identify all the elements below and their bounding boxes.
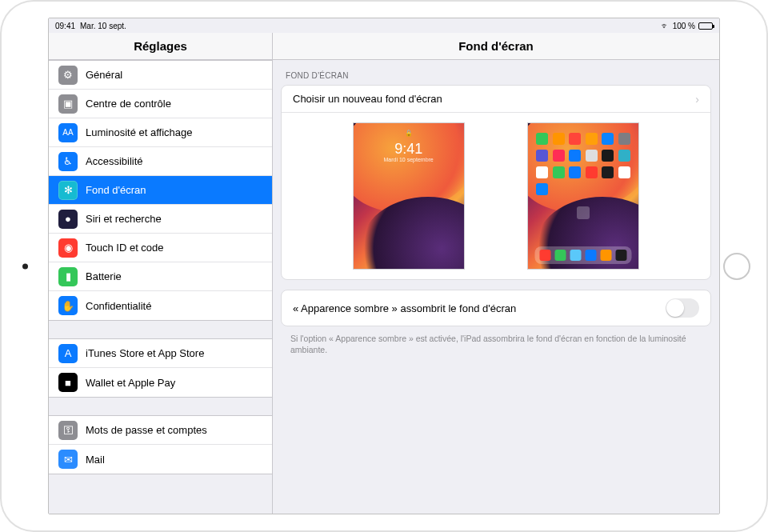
sidebar-item-label: Mots de passe et comptes [86, 424, 207, 436]
preview-app-icon [618, 166, 630, 178]
ipad-frame: 09:41 Mar. 10 sept. ᯤ 100 % Réglages ⚙︎G… [0, 0, 768, 532]
sidebar-item-label: Général [86, 69, 122, 81]
sidebar-title: Réglages [49, 33, 272, 60]
status-bar: 09:41 Mar. 10 sept. ᯤ 100 % [49, 18, 719, 33]
sidebar-item-luminosit-et-affichage[interactable]: AALuminosité et affichage [49, 118, 272, 147]
sidebar-item-centre-de-contr-le[interactable]: ▣Centre de contrôle [49, 90, 272, 118]
settings-row-icon: ✻ [58, 181, 78, 200]
home-button[interactable] [723, 253, 750, 280]
sidebar-item-touch-id-et-code[interactable]: ◉Touch ID et code [49, 234, 272, 262]
dark-dim-card: « Apparence sombre » assombrit le fond d… [281, 290, 711, 326]
lock-preview-date: Mardi 10 septembre [354, 157, 464, 162]
sidebar-item-label: Touch ID et code [86, 242, 164, 254]
sidebar-item-siri-et-recherche[interactable]: ●Siri et recherche [49, 205, 272, 234]
sidebar-item-g-n-ral[interactable]: ⚙︎Général [49, 61, 272, 90]
preview-app-icon [553, 150, 565, 162]
preview-app-icon [569, 150, 581, 162]
lock-screen-preview[interactable]: 🔒 9:41 Mardi 10 septembre [353, 122, 465, 270]
settings-row-icon: AA [58, 123, 78, 142]
wallpaper-previews: 🔒 9:41 Mardi 10 septembre [282, 113, 710, 279]
settings-row-icon: ♿︎ [58, 152, 78, 171]
settings-row-icon: ⚿ [58, 421, 78, 440]
screen: 09:41 Mar. 10 sept. ᯤ 100 % Réglages ⚙︎G… [48, 18, 720, 514]
preview-app-icon [618, 150, 630, 162]
preview-app-icon [536, 166, 548, 178]
home-screen-preview[interactable] [527, 122, 639, 270]
settings-row-icon: ▣ [58, 94, 78, 114]
settings-row-icon: ■ [58, 373, 78, 392]
preview-app-icon [586, 150, 598, 162]
lock-icon: 🔒 [354, 130, 464, 137]
settings-row-icon: ✉ [58, 450, 78, 469]
sidebar-item-label: Siri et recherche [86, 213, 162, 225]
preview-app-icon [602, 133, 614, 145]
sidebar-item-label: Accessibilité [86, 155, 143, 167]
sidebar: Réglages ⚙︎Général▣Centre de contrôleAAL… [49, 33, 273, 514]
detail-pane: Fond d'écran FOND D'ÉCRAN Choisir un nou… [273, 33, 719, 514]
sidebar-item-mots-de-passe-et-comptes[interactable]: ⚿Mots de passe et comptes [49, 416, 272, 445]
chevron-right-icon: › [695, 93, 699, 106]
settings-row-icon: ✋ [58, 296, 78, 315]
sidebar-item-label: Fond d'écran [86, 184, 146, 196]
preview-app-icon [569, 133, 581, 145]
preview-app-icon [536, 150, 548, 162]
settings-row-icon: ◉ [58, 238, 78, 258]
preview-app-icon [586, 133, 598, 145]
camera-dot [22, 263, 28, 269]
sidebar-item-label: iTunes Store et App Store [86, 347, 204, 359]
wifi-icon: ᯤ [661, 21, 670, 30]
dark-dim-toggle[interactable] [666, 298, 699, 318]
dock-preview [535, 246, 632, 264]
dock-app-icon [555, 250, 566, 261]
dock-app-icon [616, 250, 627, 261]
sidebar-item-mail[interactable]: ✉Mail [49, 445, 272, 474]
preview-app-icon [536, 133, 548, 145]
choose-wallpaper-row[interactable]: Choisir un nouveau fond d'écran › [282, 86, 710, 113]
preview-app-icon [602, 150, 614, 162]
dock-app-icon [601, 250, 612, 261]
dark-dim-footer: Si l'option « Apparence sombre » est act… [273, 326, 719, 355]
home-icon-grid [536, 133, 630, 195]
status-date: Mar. 10 sept. [80, 22, 126, 30]
dark-dim-label: « Apparence sombre » assombrit le fond d… [293, 302, 516, 314]
preview-app-icon [553, 133, 565, 145]
toggle-knob [666, 299, 684, 317]
sidebar-item-batterie[interactable]: ▮Batterie [49, 262, 272, 291]
detail-title: Fond d'écran [273, 33, 719, 60]
sidebar-item-label: Centre de contrôle [86, 98, 171, 110]
settings-row-icon: ▮ [58, 267, 78, 286]
sidebar-item-label: Batterie [86, 270, 122, 282]
preview-app-icon [618, 133, 630, 145]
preview-app-icon [536, 183, 548, 195]
sidebar-item-fond-d-cran[interactable]: ✻Fond d'écran [49, 176, 272, 205]
sidebar-item-confidentialit[interactable]: ✋Confidentialité [49, 291, 272, 320]
preview-app-icon [586, 166, 598, 178]
settings-row-icon: A [58, 344, 78, 363]
preview-app-icon [569, 166, 581, 178]
sidebar-item-wallet-et-apple-pay[interactable]: ■Wallet et Apple Pay [49, 368, 272, 397]
lock-preview-time: 9:41 [354, 141, 464, 158]
dock-app-icon [570, 250, 582, 261]
dock-app-icon [540, 250, 551, 261]
preview-app-icon [553, 166, 565, 178]
sidebar-item-label: Confidentialité [86, 300, 151, 312]
sidebar-item-label: Mail [86, 454, 105, 466]
choose-wallpaper-label: Choisir un nouveau fond d'écran [293, 93, 442, 105]
status-time: 09:41 [55, 22, 75, 30]
settings-row-icon: ● [58, 210, 78, 229]
preview-app-icon [602, 166, 614, 178]
battery-percent: 100 % [673, 22, 695, 30]
sidebar-item-itunes-store-et-app-store[interactable]: AiTunes Store et App Store [49, 339, 272, 368]
sidebar-item-label: Luminosité et affichage [86, 126, 192, 138]
preview-app-icon [577, 206, 590, 219]
wallpaper-card: Choisir un nouveau fond d'écran › 🔒 9:41… [281, 85, 711, 280]
dock-app-icon [586, 250, 597, 261]
settings-row-icon: ⚙︎ [58, 66, 78, 85]
sidebar-item-label: Wallet et Apple Pay [86, 377, 175, 389]
battery-icon [698, 22, 713, 30]
section-header: FOND D'ÉCRAN [273, 60, 719, 85]
sidebar-item-accessibilit[interactable]: ♿︎Accessibilité [49, 147, 272, 176]
